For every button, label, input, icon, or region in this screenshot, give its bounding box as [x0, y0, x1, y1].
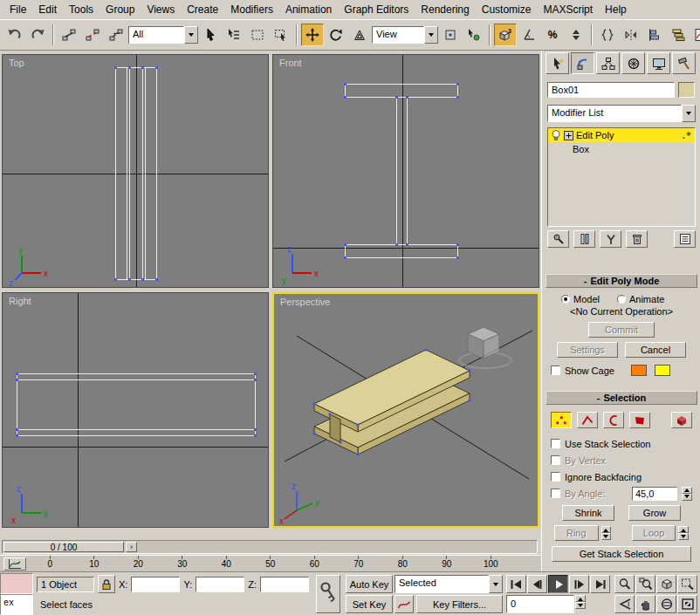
spinner-snap-toggle-button[interactable]	[565, 24, 587, 46]
zoom-button[interactable]	[614, 575, 635, 593]
frame-spinner[interactable]	[575, 595, 586, 613]
zoom-all-button[interactable]	[635, 575, 655, 593]
rollout-edit-poly-mode-title[interactable]: - Edit Poly Mode	[546, 274, 697, 288]
menu-item[interactable]: Animation	[279, 1, 338, 19]
window-crossing-toggle-button[interactable]	[270, 24, 292, 46]
pan-button[interactable]	[635, 595, 655, 613]
menu-item[interactable]: Customize	[476, 1, 538, 19]
remove-modifier-button[interactable]	[626, 230, 648, 248]
use-pivot-point-center-button[interactable]	[439, 24, 462, 46]
polygon-subobject-button[interactable]	[629, 412, 650, 428]
y-coordinate-field[interactable]	[196, 577, 244, 592]
modifier-list-dropdown[interactable]: Modifier List	[547, 105, 696, 122]
show-cage-checkbox[interactable]	[551, 366, 560, 375]
model-radio[interactable]: Model	[561, 294, 600, 304]
viewport-perspective[interactable]: Perspective	[272, 292, 539, 528]
menu-item[interactable]: Modifiers	[224, 1, 279, 19]
expand-plus-icon[interactable]	[564, 131, 573, 140]
macro-recorder-pane[interactable]	[0, 573, 33, 594]
get-stack-selection-button[interactable]: Get Stack Selection	[552, 546, 691, 562]
maxscript-mini-listener[interactable]: ex	[0, 573, 33, 615]
viewport-front-canvas[interactable]: z x y	[273, 55, 539, 288]
rollout-selection-title[interactable]: - Selection	[546, 391, 697, 405]
stack-item-edit-poly[interactable]: Edit Poly	[548, 128, 695, 142]
ring-spinner[interactable]	[601, 526, 612, 540]
stack-item-box[interactable]: Box	[548, 142, 695, 156]
previous-frame-button[interactable]	[527, 575, 547, 593]
next-frame-nub[interactable]: ›	[126, 542, 137, 552]
animate-radio[interactable]: Animate	[617, 294, 664, 304]
menu-item[interactable]: Rendering	[415, 1, 475, 19]
viewport-top-canvas[interactable]: y x z	[3, 55, 269, 288]
dropdown-arrow-icon[interactable]	[489, 575, 503, 593]
tab-hierarchy[interactable]	[596, 52, 620, 74]
menu-item[interactable]: Group	[100, 1, 141, 19]
percent-snap-toggle-button[interactable]: %	[541, 24, 564, 46]
named-selection-sets-button[interactable]	[596, 24, 619, 46]
loop-button[interactable]: Loop	[632, 525, 676, 541]
menu-item[interactable]: Tools	[63, 1, 100, 19]
unlink-selection-button[interactable]	[81, 24, 104, 46]
by-angle-spinner[interactable]	[682, 487, 692, 501]
curve-editor-button[interactable]	[690, 24, 700, 46]
by-angle-checkbox[interactable]	[551, 489, 560, 498]
ring-button[interactable]: Ring	[554, 525, 599, 541]
menu-item[interactable]: Graph Editors	[338, 1, 415, 19]
z-coordinate-field[interactable]	[260, 577, 309, 592]
viewport-front[interactable]: Front z x y	[272, 54, 539, 288]
menu-item[interactable]: File	[3, 1, 32, 19]
tab-utilities[interactable]	[672, 52, 696, 74]
object-color-swatch[interactable]	[678, 82, 695, 98]
listener-pane[interactable]: ex	[0, 594, 33, 615]
mirror-button[interactable]	[620, 24, 642, 46]
time-slider-track[interactable]: 0 / 100 ›	[2, 540, 538, 554]
menu-item[interactable]: Help	[599, 1, 633, 19]
tab-create[interactable]	[546, 52, 569, 74]
next-frame-button[interactable]	[569, 575, 589, 593]
by-angle-field[interactable]: 45,0	[632, 487, 677, 501]
select-by-name-button[interactable]	[223, 24, 245, 46]
selection-lock-toggle[interactable]	[98, 575, 115, 593]
key-mode-dropdown[interactable]: Selected	[395, 575, 503, 593]
select-and-manipulate-button[interactable]	[463, 24, 485, 46]
key-filters-button[interactable]: Key Filters...	[416, 595, 503, 613]
auto-key-button[interactable]: Auto Key	[346, 575, 393, 593]
angle-snap-toggle-button[interactable]	[518, 24, 540, 46]
element-subobject-button[interactable]	[671, 412, 692, 428]
cage-selected-color-swatch[interactable]	[655, 365, 670, 376]
settings-button[interactable]: Settings	[557, 342, 618, 358]
spin-down[interactable]	[682, 494, 692, 501]
menu-item[interactable]: MAXScript	[537, 1, 599, 19]
spin-up[interactable]	[601, 526, 612, 533]
selection-filter-dropdown[interactable]: All	[128, 26, 198, 44]
current-frame-field[interactable]: 0	[506, 595, 574, 613]
open-mini-curve-editor-button[interactable]	[3, 557, 26, 571]
commit-button[interactable]: Commit	[588, 322, 655, 338]
snaps-toggle-3d-button[interactable]: 3	[494, 24, 517, 46]
cancel-button[interactable]: Cancel	[625, 342, 686, 358]
select-and-link-button[interactable]	[58, 24, 80, 46]
zoom-extents-button[interactable]	[656, 575, 676, 593]
tab-modify[interactable]	[571, 52, 594, 74]
spin-up[interactable]	[682, 487, 692, 494]
spin-up[interactable]	[575, 595, 586, 602]
dropdown-arrow-icon[interactable]	[184, 26, 198, 44]
viewport-right-canvas[interactable]: z y x	[3, 293, 269, 528]
show-end-result-button[interactable]	[573, 230, 595, 248]
select-object-button[interactable]	[199, 24, 222, 46]
viewport-top[interactable]: Top y x z	[2, 54, 269, 288]
dropdown-arrow-icon[interactable]	[682, 105, 696, 122]
bind-to-space-warp-button[interactable]	[105, 24, 127, 46]
cage-color-swatch[interactable]	[631, 365, 647, 376]
select-and-move-button[interactable]	[301, 24, 324, 46]
viewport-right[interactable]: Right z y x	[2, 292, 269, 528]
undo-button[interactable]	[3, 24, 25, 46]
field-of-view-button[interactable]	[614, 595, 635, 613]
menu-item[interactable]: Create	[181, 1, 224, 19]
spin-down[interactable]	[575, 602, 586, 609]
dropdown-arrow-icon[interactable]	[424, 26, 438, 44]
make-unique-button[interactable]	[600, 230, 621, 248]
tab-motion[interactable]	[621, 52, 645, 74]
min-max-toggle-button[interactable]	[677, 595, 697, 613]
grow-button[interactable]: Grow	[628, 505, 681, 521]
